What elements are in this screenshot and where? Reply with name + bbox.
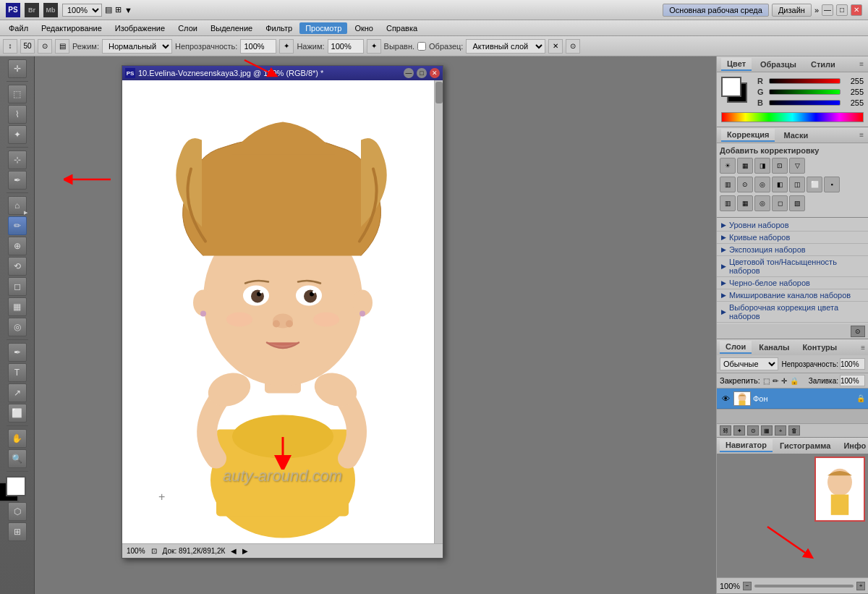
corr-icon-vibrance[interactable]: ▽: [789, 158, 805, 174]
marquee-tool[interactable]: ⬚: [8, 85, 27, 103]
pressure-input[interactable]: [328, 39, 364, 54]
pen-tool[interactable]: ✒: [8, 343, 27, 362]
hand-tool[interactable]: ✋: [8, 429, 27, 448]
nav-zoom-in[interactable]: +: [856, 582, 865, 590]
menu-layers[interactable]: Слои: [172, 22, 203, 34]
close-btn[interactable]: ✕: [851, 4, 862, 16]
corr-list-curves[interactable]: ▶ Кривые наборов: [717, 232, 868, 244]
doc-minimize-btn[interactable]: —: [404, 68, 414, 78]
corr-list-selective[interactable]: ▶ Выборочная коррекция цвета наборов: [717, 302, 868, 323]
blend-mode-select[interactable]: Обычные: [720, 357, 778, 370]
crop-tool[interactable]: ⊹: [8, 150, 27, 169]
corr-icon-exposure[interactable]: ⊡: [772, 158, 788, 174]
clone-tool[interactable]: ⊕: [8, 237, 27, 255]
tab-navigator[interactable]: Навигатор: [720, 439, 773, 452]
rainbow-bar[interactable]: [721, 112, 864, 122]
corr-icon-levels[interactable]: ▦: [737, 158, 753, 174]
mb-icon[interactable]: Mb: [43, 3, 58, 17]
tab-paths[interactable]: Контуры: [796, 341, 843, 353]
canvas-area[interactable]: PS 10.Evelina-Voznesenskaya3.jpg @ 100% …: [35, 56, 716, 594]
doc-scroll-right[interactable]: ▶: [242, 547, 248, 555]
corr-list-bw[interactable]: ▶ Черно-белое наборов: [717, 277, 868, 289]
menu-help[interactable]: Справка: [380, 22, 423, 34]
eraser-tool[interactable]: ◻: [8, 277, 27, 296]
add-style-btn[interactable]: ✦: [733, 425, 745, 436]
lasso-tool[interactable]: ⌇: [8, 105, 27, 124]
menu-file[interactable]: Файл: [3, 22, 34, 34]
blur-tool[interactable]: ◎: [8, 318, 27, 336]
corr-icon-bw[interactable]: ◎: [754, 177, 770, 192]
tab-masks[interactable]: Маски: [778, 130, 814, 141]
b-slider[interactable]: [769, 100, 841, 106]
magic-wand-tool[interactable]: ✦: [8, 125, 27, 144]
workspace-design-btn[interactable]: Дизайн: [772, 4, 812, 17]
delete-layer-btn[interactable]: 🗑: [788, 425, 800, 436]
corr-icon-brightness[interactable]: ☀: [720, 158, 736, 174]
extra-btn[interactable]: ⊙: [566, 39, 580, 54]
bridge-icon[interactable]: Br: [25, 3, 39, 17]
healing-brush-tool[interactable]: ⌂ ▶: [8, 196, 27, 215]
corr-icon-channel[interactable]: ◫: [789, 177, 805, 192]
minimize-btn[interactable]: —: [822, 4, 833, 16]
opacity-input[interactable]: [240, 39, 276, 54]
shape-tool[interactable]: ⬜: [8, 404, 27, 423]
tab-correction[interactable]: Коррекция: [721, 129, 775, 142]
tab-swatches[interactable]: Образцы: [754, 59, 802, 70]
tab-layers[interactable]: Слои: [720, 341, 752, 354]
move-tool[interactable]: ✛: [8, 59, 27, 78]
corr-icon-colorbal[interactable]: ⊙: [737, 177, 753, 192]
type-tool[interactable]: T: [8, 363, 27, 382]
menu-select[interactable]: Выделение: [205, 22, 258, 34]
brush-size-btn[interactable]: 50: [20, 39, 35, 54]
pressure-icon[interactable]: ✦: [367, 39, 381, 54]
eyedropper-tool[interactable]: ✒: [8, 171, 27, 190]
lock-paint-icon[interactable]: ✏: [773, 377, 778, 385]
corr-icon-photofilter[interactable]: ◧: [772, 177, 788, 192]
doc-scroll-left[interactable]: ◀: [231, 547, 237, 555]
tab-channels[interactable]: Каналы: [753, 341, 795, 353]
corr-icon-selective[interactable]: ◎: [754, 195, 770, 211]
color-panel-collapse[interactable]: ≡: [859, 60, 864, 68]
fg-swatch[interactable]: [721, 77, 741, 97]
foreground-color[interactable]: [6, 476, 26, 496]
zoom-tool[interactable]: 🔍: [8, 449, 27, 468]
tab-histogram[interactable]: Гистограмма: [774, 440, 836, 451]
tool-preset-btn[interactable]: ↕: [3, 39, 17, 54]
brush-options-btn[interactable]: ▤: [55, 39, 69, 54]
corr-icon-extra2[interactable]: ▧: [789, 195, 805, 211]
link-layers-btn[interactable]: ⛓: [720, 425, 731, 436]
add-mask-btn[interactable]: ⊙: [747, 425, 759, 436]
corr-icon-gradient-map[interactable]: ▦: [737, 195, 753, 211]
workspace-default-btn[interactable]: Основная рабочая среда: [663, 4, 769, 17]
corr-icon-poster[interactable]: ▪: [824, 177, 840, 192]
tab-info[interactable]: Инфо: [838, 440, 868, 451]
gradient-tool[interactable]: ▦: [8, 297, 27, 316]
screen-mode-btn[interactable]: ⊞: [8, 522, 27, 541]
menu-window[interactable]: Окно: [349, 22, 379, 34]
layers-opacity-input[interactable]: [840, 358, 865, 370]
corr-list-channel-mix[interactable]: ▶ Микширование каналов наборов: [717, 289, 868, 302]
doc-maximize-btn[interactable]: □: [417, 68, 427, 78]
corr-icon-hsl[interactable]: ▥: [720, 177, 736, 192]
nav-zoom-slider[interactable]: [754, 585, 854, 587]
menu-view[interactable]: Просмотр: [299, 22, 347, 34]
opacity-icon[interactable]: ✦: [279, 39, 294, 54]
menu-edit[interactable]: Редактирование: [35, 22, 108, 34]
lock-transparent-icon[interactable]: ⬚: [763, 377, 770, 385]
mode-select[interactable]: Нормальный: [102, 39, 172, 54]
lock-move-icon[interactable]: ✛: [781, 377, 787, 385]
menu-image[interactable]: Изображение: [109, 22, 171, 34]
r-slider[interactable]: [769, 78, 841, 84]
new-group-btn[interactable]: ▦: [761, 425, 773, 436]
corr-icon-thresh[interactable]: ▥: [720, 195, 736, 211]
layer-row-fon[interactable]: 👁 Фон 🔒: [717, 389, 868, 409]
lock-all-icon[interactable]: 🔒: [790, 377, 799, 385]
doc-content[interactable]: auty-around.com +: [122, 80, 443, 543]
correction-options-btn[interactable]: ⊙: [851, 326, 865, 337]
doc-scrollbar-thumb[interactable]: [435, 82, 443, 103]
layers-panel-collapse[interactable]: ≡: [861, 344, 865, 352]
layer-visibility-toggle[interactable]: 👁: [720, 393, 731, 404]
g-slider[interactable]: [769, 89, 841, 95]
sample-select[interactable]: Активный слой: [466, 39, 545, 54]
maximize-btn[interactable]: □: [836, 4, 848, 16]
